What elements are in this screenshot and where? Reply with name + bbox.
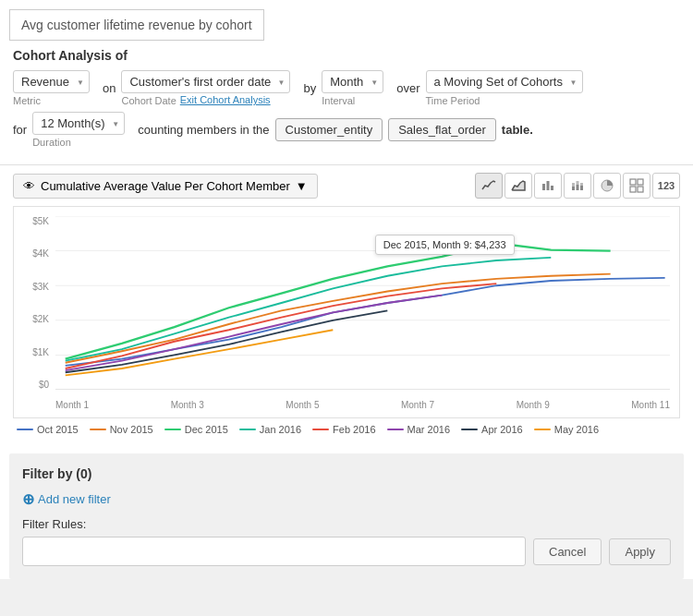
- svg-rect-8: [580, 183, 583, 186]
- counting-label: counting members in the: [138, 123, 269, 137]
- by-label: by: [303, 81, 316, 95]
- add-filter-label: Add new filter: [38, 492, 111, 506]
- table1-button[interactable]: Customer_entity: [275, 118, 383, 141]
- stacked-bar-button[interactable]: [564, 173, 591, 199]
- legend-may2016: May 2016: [534, 424, 599, 435]
- interval-select-wrap[interactable]: Month: [322, 70, 383, 93]
- table-suffix: table.: [502, 123, 533, 137]
- chart-inner: Dec 2015, Month 9: $4,233: [55, 216, 670, 390]
- filter-input-row: Cancel Apply: [22, 537, 671, 566]
- svg-rect-12: [630, 187, 636, 192]
- interval-label: Interval: [322, 95, 355, 106]
- legend-oct2015: Oct 2015: [17, 424, 79, 435]
- y-label-4k: $4K: [21, 248, 49, 259]
- grid-button[interactable]: [623, 173, 650, 199]
- filter-title: Filter by (0): [22, 466, 671, 481]
- time-period-select-wrap[interactable]: a Moving Set of Cohorts: [426, 70, 583, 93]
- filter-apply-button[interactable]: Apply: [609, 538, 671, 565]
- chart-tooltip: Dec 2015, Month 9: $4,233: [375, 235, 515, 255]
- eye-icon: 👁: [23, 179, 35, 193]
- chevron-down-icon: ▼: [296, 179, 308, 193]
- y-label-3k: $3K: [21, 282, 49, 292]
- bar-chart-button[interactable]: [534, 173, 562, 199]
- chart-svg: [55, 216, 670, 390]
- svg-rect-2: [551, 186, 553, 190]
- y-label-2k: $2K: [21, 314, 49, 324]
- svg-rect-7: [580, 186, 583, 190]
- over-label: over: [396, 81, 419, 95]
- x-label-7: Month 7: [401, 400, 434, 410]
- metric-label: Metric: [13, 95, 41, 106]
- x-axis-labels: Month 1 Month 3 Month 5 Month 7 Month 9 …: [55, 400, 670, 410]
- add-filter-button[interactable]: ⊕ Add new filter: [22, 490, 671, 508]
- filter-cancel-button[interactable]: Cancel: [533, 538, 602, 565]
- metric-select-wrap[interactable]: Revenue: [13, 70, 90, 93]
- x-label-1: Month 1: [55, 400, 89, 410]
- cohort-date-select[interactable]: Customer's first order date: [121, 70, 290, 93]
- on-label: on: [103, 81, 116, 95]
- y-label-1k: $1K: [21, 347, 49, 357]
- legend-mar2016: Mar 2016: [387, 424, 450, 435]
- svg-rect-0: [542, 184, 545, 190]
- pie-chart-button[interactable]: [593, 173, 621, 199]
- area-chart-button[interactable]: [505, 173, 532, 199]
- cohort-date-label: Cohort Date: [121, 95, 176, 106]
- chart-type-icons: 123: [475, 173, 680, 199]
- chart-title-label: Cumulative Average Value Per Cohort Memb…: [41, 179, 290, 193]
- legend-nov2015: Nov 2015: [90, 424, 153, 435]
- filter-section: Filter by (0) ⊕ Add new filter Filter Ru…: [9, 453, 684, 579]
- chart-area: $0 $1K $2K $3K $4K $5K: [13, 206, 680, 418]
- x-label-11: Month 11: [631, 400, 670, 410]
- page-title: Avg customer lifetime revenue by cohort: [9, 9, 264, 41]
- legend-feb2016: Feb 2016: [312, 424, 375, 435]
- table2-button[interactable]: Sales_flat_order: [388, 118, 496, 141]
- duration-select-wrap[interactable]: 12 Month(s): [32, 112, 125, 135]
- x-label-3: Month 3: [171, 400, 204, 410]
- duration-label: Duration: [32, 137, 71, 148]
- time-period-label: Time Period: [426, 95, 480, 106]
- svg-rect-3: [572, 187, 575, 190]
- legend-jan2016: Jan 2016: [239, 424, 301, 435]
- y-axis: $0 $1K $2K $3K $4K $5K: [21, 216, 49, 390]
- interval-select[interactable]: Month: [322, 70, 383, 93]
- svg-rect-13: [638, 187, 643, 192]
- filter-rules-label: Filter Rules:: [22, 517, 671, 531]
- x-label-5: Month 5: [286, 400, 319, 410]
- chart-title-button[interactable]: 👁 Cumulative Average Value Per Cohort Me…: [13, 174, 318, 199]
- cohort-date-select-wrap[interactable]: Customer's first order date: [121, 70, 290, 93]
- svg-rect-4: [572, 183, 575, 187]
- svg-rect-10: [630, 179, 636, 185]
- for-label: for: [13, 123, 27, 137]
- svg-rect-5: [577, 185, 579, 190]
- cohort-analysis-label: Cohort Analysis of: [13, 48, 680, 63]
- svg-rect-11: [638, 179, 643, 185]
- svg-rect-1: [547, 181, 550, 190]
- plus-icon: ⊕: [22, 490, 34, 508]
- y-label-0: $0: [21, 380, 49, 390]
- legend-apr2016: Apr 2016: [461, 424, 523, 435]
- line-chart-button[interactable]: [475, 173, 503, 199]
- y-label-5k: $5K: [21, 216, 49, 226]
- x-label-9: Month 9: [517, 400, 550, 410]
- svg-rect-6: [577, 181, 579, 185]
- filter-input[interactable]: [22, 537, 526, 566]
- legend-dec2015: Dec 2015: [164, 424, 228, 435]
- number-button[interactable]: 123: [652, 173, 680, 199]
- duration-select[interactable]: 12 Month(s): [32, 112, 125, 135]
- chart-legend: Oct 2015 Nov 2015 Dec 2015 Jan 2016 Feb …: [13, 424, 680, 435]
- exit-cohort-link[interactable]: Exit Cohort Analysis: [180, 94, 271, 105]
- metric-select[interactable]: Revenue: [13, 70, 90, 93]
- chart-toolbar: 👁 Cumulative Average Value Per Cohort Me…: [13, 173, 680, 199]
- time-period-select[interactable]: a Moving Set of Cohorts: [426, 70, 583, 93]
